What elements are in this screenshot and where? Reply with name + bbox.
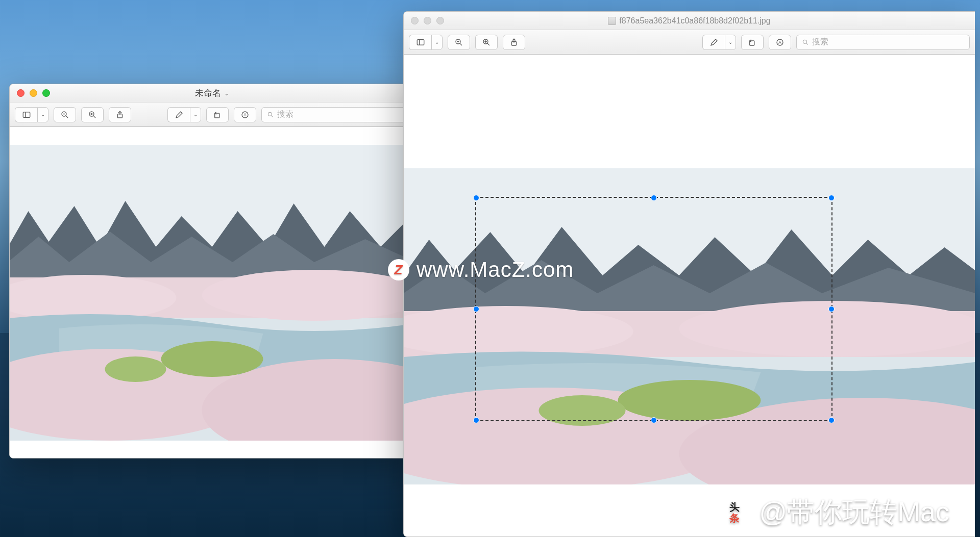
- toutiao-logo: 头 条: [718, 496, 751, 529]
- search-icon: [267, 111, 274, 118]
- maximize-button[interactable]: [436, 17, 444, 24]
- markup-button-group: ⌄: [702, 35, 736, 50]
- zoom-in-icon: [88, 110, 97, 119]
- share-button[interactable]: [503, 35, 525, 50]
- watermark-center: Z www.MacZ.com: [388, 258, 574, 282]
- preview-window-untitled: 未命名 ⌄ ⌄ ⌄: [9, 84, 415, 458]
- toutiao-line1: 头: [729, 501, 740, 513]
- annotate-button[interactable]: A: [769, 35, 791, 50]
- svg-text:A: A: [243, 113, 247, 117]
- svg-point-23: [161, 341, 263, 377]
- toutiao-line2: 条: [729, 513, 740, 524]
- title-text: 未命名: [195, 87, 221, 99]
- markup-button[interactable]: [702, 35, 725, 50]
- toolbar: ⌄ ⌄ A 搜索: [404, 30, 975, 55]
- watermark-bottom: 头 条 @带你玩转Mac: [718, 494, 949, 531]
- zoom-out-button[interactable]: [448, 35, 470, 50]
- svg-point-14: [268, 112, 272, 116]
- toolbar-right: ⌄ A 搜索: [702, 35, 970, 50]
- annotate-circle-icon: A: [775, 38, 785, 47]
- window-title[interactable]: f876a5ea362b41c0a86f18b8d2f02b11.jpg: [608, 16, 770, 25]
- window-title[interactable]: 未命名 ⌄: [16, 87, 408, 99]
- rotate-icon: [748, 38, 757, 47]
- markup-button-group: ⌄: [167, 107, 201, 122]
- rotate-button[interactable]: [206, 107, 229, 122]
- minimize-button[interactable]: [30, 89, 37, 97]
- svg-line-40: [806, 43, 808, 44]
- pencil-icon: [175, 110, 184, 119]
- annotate-circle-icon: A: [240, 110, 250, 119]
- svg-point-48: [618, 380, 761, 421]
- svg-line-33: [487, 43, 489, 45]
- sidebar-icon: [22, 110, 31, 119]
- sidebar-dropdown[interactable]: ⌄: [37, 107, 48, 122]
- search-field[interactable]: 搜索: [261, 107, 409, 122]
- file-icon: [608, 17, 616, 25]
- search-field[interactable]: 搜索: [796, 35, 970, 50]
- toolbar-right: ⌄ A 搜索: [167, 107, 409, 122]
- close-button[interactable]: [411, 17, 419, 24]
- svg-line-15: [272, 115, 273, 117]
- close-button[interactable]: [17, 89, 24, 97]
- markup-dropdown[interactable]: ⌄: [190, 107, 201, 122]
- sidebar-button[interactable]: [409, 35, 431, 50]
- svg-point-49: [539, 395, 626, 426]
- pencil-icon: [709, 38, 719, 47]
- svg-rect-0: [23, 112, 30, 117]
- zoom-in-icon: [482, 38, 491, 47]
- chevron-down-icon: ⌄: [224, 90, 229, 97]
- svg-point-39: [803, 40, 806, 43]
- landscape-image: [10, 145, 414, 441]
- traffic-lights: [17, 89, 50, 97]
- maximize-button[interactable]: [42, 89, 50, 97]
- svg-point-24: [105, 356, 166, 382]
- search-icon: [802, 39, 809, 46]
- titlebar[interactable]: f876a5ea362b41c0a86f18b8d2f02b11.jpg: [404, 12, 975, 30]
- content-area[interactable]: [10, 127, 414, 458]
- minimize-button[interactable]: [424, 17, 431, 24]
- title-text: f876a5ea362b41c0a86f18b8d2f02b11.jpg: [619, 16, 770, 25]
- svg-point-45: [679, 301, 975, 357]
- zoom-out-icon: [454, 38, 463, 47]
- search-placeholder: 搜索: [277, 109, 293, 120]
- sidebar-button-group: ⌄: [409, 35, 443, 50]
- annotate-button[interactable]: A: [234, 107, 256, 122]
- markup-dropdown[interactable]: ⌄: [725, 35, 736, 50]
- sidebar-icon: [416, 38, 425, 47]
- svg-line-4: [66, 115, 68, 117]
- image-canvas[interactable]: [404, 168, 975, 484]
- content-area[interactable]: [404, 55, 975, 536]
- share-icon: [115, 110, 125, 119]
- sidebar-button[interactable]: [15, 107, 37, 122]
- zoom-out-button[interactable]: [54, 107, 76, 122]
- svg-text:A: A: [778, 40, 781, 45]
- sidebar-dropdown[interactable]: ⌄: [431, 35, 443, 50]
- zoom-in-button[interactable]: [81, 107, 104, 122]
- traffic-lights: [411, 17, 444, 24]
- landscape-image: [404, 168, 975, 484]
- zoom-in-button[interactable]: [475, 35, 498, 50]
- toolbar: ⌄ ⌄ A 搜索: [10, 103, 414, 127]
- svg-rect-25: [417, 39, 424, 45]
- zoom-out-icon: [60, 110, 69, 119]
- watermark-center-text: www.MacZ.com: [416, 258, 574, 282]
- markup-button[interactable]: [167, 107, 190, 122]
- share-button[interactable]: [109, 107, 131, 122]
- sidebar-button-group: ⌄: [15, 107, 48, 122]
- search-placeholder: 搜索: [812, 37, 828, 47]
- svg-line-8: [93, 115, 95, 117]
- share-icon: [509, 38, 519, 47]
- image-canvas[interactable]: [10, 145, 414, 441]
- titlebar[interactable]: 未命名 ⌄: [10, 84, 414, 103]
- watermark-badge-letter: Z: [395, 262, 403, 278]
- rotate-icon: [213, 110, 222, 119]
- watermark-badge: Z: [388, 259, 409, 280]
- rotate-button[interactable]: [741, 35, 764, 50]
- watermark-bottom-text: @带你玩转Mac: [759, 494, 949, 531]
- svg-line-29: [460, 43, 462, 45]
